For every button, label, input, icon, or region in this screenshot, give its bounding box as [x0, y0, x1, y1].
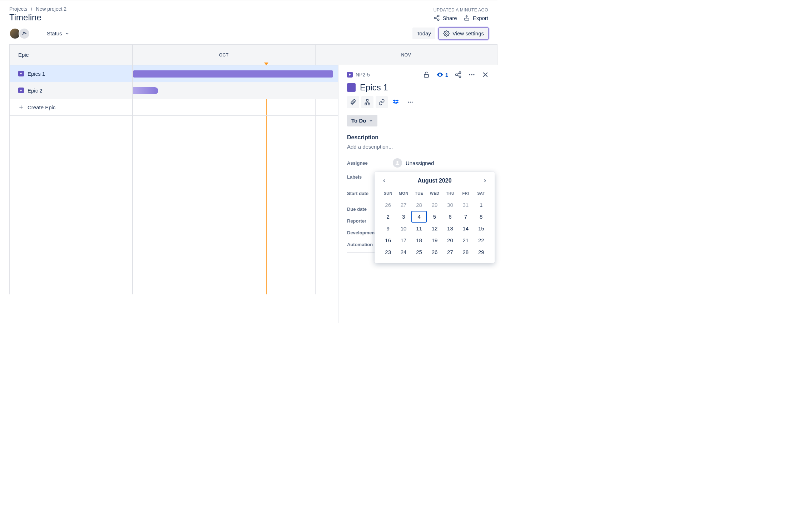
- more-actions-button[interactable]: [404, 96, 416, 108]
- chevron-down-icon: [65, 31, 69, 36]
- issue-key: NP2-5: [356, 72, 370, 78]
- status-button[interactable]: To Do: [347, 115, 377, 126]
- assignee-label: Assignee: [347, 160, 393, 166]
- date-cell[interactable]: 17: [396, 234, 411, 246]
- date-cell[interactable]: 19: [427, 234, 442, 246]
- attach-button[interactable]: [347, 96, 359, 108]
- date-cell[interactable]: 28: [411, 199, 427, 211]
- more-icon[interactable]: [468, 71, 475, 78]
- breadcrumb-projects[interactable]: Projects: [9, 6, 28, 12]
- description-field[interactable]: Add a description...: [347, 144, 489, 150]
- svg-point-24: [408, 102, 409, 103]
- date-cell[interactable]: 2: [380, 211, 396, 223]
- date-cell[interactable]: 29: [474, 246, 489, 258]
- next-month-button[interactable]: [481, 177, 489, 185]
- date-cell[interactable]: 26: [427, 246, 442, 258]
- date-cell[interactable]: 24: [396, 246, 411, 258]
- date-cell[interactable]: 26: [380, 199, 396, 211]
- chevron-down-icon: [369, 119, 373, 123]
- date-cell[interactable]: 23: [380, 246, 396, 258]
- svg-rect-22: [365, 103, 367, 105]
- date-cell[interactable]: 15: [474, 223, 489, 234]
- assignee-value: Unassigned: [406, 160, 434, 166]
- date-cell[interactable]: 5: [427, 211, 442, 223]
- date-cell[interactable]: 14: [458, 223, 473, 234]
- divider: [38, 30, 38, 37]
- date-cell[interactable]: 8: [474, 211, 489, 223]
- date-cell[interactable]: 10: [396, 223, 411, 234]
- date-cell[interactable]: 27: [396, 199, 411, 211]
- add-child-button[interactable]: [361, 96, 373, 108]
- svg-rect-21: [367, 100, 368, 101]
- date-cell[interactable]: 9: [380, 223, 396, 234]
- date-cell[interactable]: 20: [442, 234, 458, 246]
- date-cell[interactable]: 21: [458, 234, 473, 246]
- epic-row[interactable]: Epic 2: [10, 82, 132, 99]
- issue-title[interactable]: Epics 1: [360, 83, 388, 93]
- issue-key-link[interactable]: NP2-5: [347, 72, 370, 78]
- assignee-avatars: [9, 28, 30, 39]
- date-cell[interactable]: 28: [458, 246, 473, 258]
- date-cell[interactable]: 12: [427, 223, 442, 234]
- watch-button[interactable]: 1: [436, 71, 448, 78]
- dow-header: THU: [442, 189, 458, 199]
- watch-count: 1: [445, 72, 448, 78]
- date-cell[interactable]: 3: [396, 211, 411, 223]
- date-cell[interactable]: 16: [380, 234, 396, 246]
- date-cell[interactable]: 22: [474, 234, 489, 246]
- date-cell[interactable]: 25: [411, 246, 427, 258]
- date-cell[interactable]: 11: [411, 223, 427, 234]
- svg-line-14: [457, 73, 459, 74]
- dow-header: FRI: [458, 189, 473, 199]
- breadcrumb-project-name[interactable]: New project 2: [36, 6, 66, 12]
- share-button[interactable]: Share: [434, 15, 457, 21]
- view-settings-button[interactable]: View settings: [439, 28, 488, 39]
- epic-column-header: Epic: [10, 45, 132, 65]
- epic-color-swatch[interactable]: [347, 83, 356, 92]
- date-cell[interactable]: 4: [411, 211, 427, 223]
- unlock-icon[interactable]: [423, 71, 430, 78]
- date-cell[interactable]: 18: [411, 234, 427, 246]
- prev-month-button[interactable]: [380, 177, 388, 185]
- svg-point-25: [410, 102, 411, 103]
- svg-point-27: [396, 161, 398, 163]
- add-user-button[interactable]: [19, 28, 30, 39]
- status-filter-label: Status: [47, 30, 62, 36]
- status-filter[interactable]: Status: [44, 28, 72, 39]
- date-cell[interactable]: 7: [458, 211, 473, 223]
- updated-label: UPDATED A MINUTE AGO: [434, 8, 488, 13]
- assignee-field[interactable]: Unassigned: [393, 158, 434, 168]
- dow-header: TUE: [411, 189, 427, 199]
- date-cell[interactable]: 6: [442, 211, 458, 223]
- dow-header: SUN: [380, 189, 396, 199]
- status-label: To Do: [351, 118, 366, 124]
- view-settings-label: View settings: [452, 30, 484, 36]
- month-header: NOV: [315, 45, 497, 65]
- date-cell[interactable]: 31: [458, 199, 473, 211]
- epic-bar[interactable]: [133, 70, 333, 78]
- date-cell[interactable]: 29: [427, 199, 442, 211]
- svg-point-12: [456, 74, 457, 76]
- link-button[interactable]: [376, 96, 388, 108]
- epic-bar[interactable]: [133, 87, 158, 94]
- description-heading: Description: [347, 134, 489, 141]
- create-epic-button[interactable]: Create Epic: [10, 99, 132, 116]
- epic-name: Epic 2: [28, 88, 43, 94]
- dropbox-button[interactable]: [390, 96, 402, 108]
- export-button[interactable]: Export: [464, 15, 488, 21]
- svg-point-26: [412, 102, 413, 103]
- svg-point-2: [437, 19, 439, 21]
- date-cell[interactable]: 1: [474, 199, 489, 211]
- epic-row[interactable]: Epics 1: [10, 65, 132, 82]
- date-cell[interactable]: 27: [442, 246, 458, 258]
- share-icon[interactable]: [455, 71, 462, 78]
- close-icon[interactable]: [482, 71, 489, 78]
- today-button[interactable]: Today: [412, 28, 435, 39]
- svg-point-1: [434, 17, 436, 19]
- date-cell[interactable]: 30: [442, 199, 458, 211]
- svg-rect-23: [368, 103, 370, 105]
- date-cell[interactable]: 13: [442, 223, 458, 234]
- svg-rect-5: [465, 18, 469, 20]
- create-epic-label: Create Epic: [28, 104, 55, 110]
- svg-point-6: [23, 31, 25, 33]
